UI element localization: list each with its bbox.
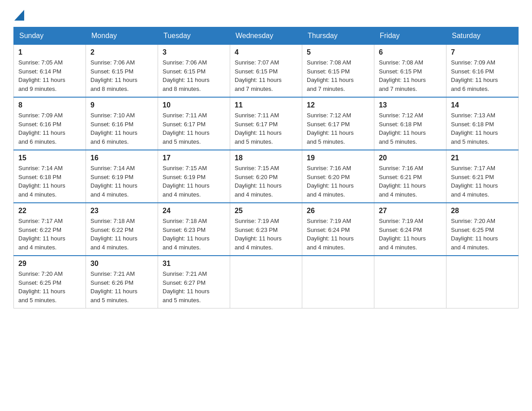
calendar-cell: 14 Sunrise: 7:13 AM Sunset: 6:18 PM Dayl… [446,97,519,150]
day-number: 23 [90,207,153,215]
calendar-cell: 19 Sunrise: 7:16 AM Sunset: 6:20 PM Dayl… [302,150,374,203]
calendar-cell: 24 Sunrise: 7:18 AM Sunset: 6:23 PM Dayl… [158,203,230,256]
calendar-cell: 8 Sunrise: 7:09 AM Sunset: 6:16 PM Dayli… [14,97,86,150]
day-info: Sunrise: 7:14 AM Sunset: 6:19 PM Dayligh… [90,164,153,199]
calendar-cell: 18 Sunrise: 7:15 AM Sunset: 6:20 PM Dayl… [230,150,302,203]
day-info: Sunrise: 7:19 AM Sunset: 6:24 PM Dayligh… [307,217,369,252]
day-number: 14 [451,101,514,109]
day-number: 26 [307,207,369,215]
day-number: 13 [379,101,442,109]
day-info: Sunrise: 7:17 AM Sunset: 6:21 PM Dayligh… [451,164,514,199]
day-number: 9 [90,101,153,109]
logo [13,9,24,18]
calendar-cell: 16 Sunrise: 7:14 AM Sunset: 6:19 PM Dayl… [86,150,158,203]
day-info: Sunrise: 7:12 AM Sunset: 6:17 PM Dayligh… [307,111,369,146]
day-info: Sunrise: 7:13 AM Sunset: 6:18 PM Dayligh… [451,111,514,146]
page-header [13,9,519,18]
calendar-table: SundayMondayTuesdayWednesdayThursdayFrid… [13,27,519,308]
day-info: Sunrise: 7:14 AM Sunset: 6:18 PM Dayligh… [18,164,81,199]
day-number: 5 [307,48,369,56]
day-number: 21 [451,154,514,162]
day-info: Sunrise: 7:16 AM Sunset: 6:21 PM Dayligh… [379,164,442,199]
calendar-cell: 26 Sunrise: 7:19 AM Sunset: 6:24 PM Dayl… [302,203,374,256]
day-info: Sunrise: 7:05 AM Sunset: 6:14 PM Dayligh… [18,58,81,93]
day-number: 31 [163,260,225,268]
calendar-cell: 12 Sunrise: 7:12 AM Sunset: 6:17 PM Dayl… [302,97,374,150]
day-info: Sunrise: 7:15 AM Sunset: 6:20 PM Dayligh… [235,164,297,199]
day-info: Sunrise: 7:17 AM Sunset: 6:22 PM Dayligh… [18,217,81,252]
day-info: Sunrise: 7:19 AM Sunset: 6:23 PM Dayligh… [235,217,297,252]
calendar-cell: 21 Sunrise: 7:17 AM Sunset: 6:21 PM Dayl… [446,150,519,203]
day-info: Sunrise: 7:20 AM Sunset: 6:25 PM Dayligh… [18,270,81,304]
day-number: 28 [451,207,514,215]
day-number: 6 [379,48,442,56]
day-info: Sunrise: 7:15 AM Sunset: 6:19 PM Dayligh… [163,164,225,199]
calendar-cell: 10 Sunrise: 7:11 AM Sunset: 6:17 PM Dayl… [158,97,230,150]
day-number: 24 [163,207,225,215]
calendar-cell: 20 Sunrise: 7:16 AM Sunset: 6:21 PM Dayl… [374,150,446,203]
day-info: Sunrise: 7:21 AM Sunset: 6:26 PM Dayligh… [90,270,153,304]
calendar-cell: 6 Sunrise: 7:08 AM Sunset: 6:15 PM Dayli… [374,45,446,98]
svg-marker-0 [14,10,24,21]
calendar-cell: 29 Sunrise: 7:20 AM Sunset: 6:25 PM Dayl… [14,256,86,308]
header-tuesday: Tuesday [158,27,230,45]
day-info: Sunrise: 7:11 AM Sunset: 6:17 PM Dayligh… [163,111,225,146]
day-info: Sunrise: 7:18 AM Sunset: 6:23 PM Dayligh… [163,217,225,252]
calendar-cell: 3 Sunrise: 7:06 AM Sunset: 6:15 PM Dayli… [158,45,230,98]
week-row-1: 1 Sunrise: 7:05 AM Sunset: 6:14 PM Dayli… [14,45,519,98]
day-info: Sunrise: 7:16 AM Sunset: 6:20 PM Dayligh… [307,164,369,199]
day-info: Sunrise: 7:09 AM Sunset: 6:16 PM Dayligh… [451,58,514,93]
calendar-cell [446,256,519,308]
header-wednesday: Wednesday [230,27,302,45]
header-monday: Monday [86,27,158,45]
calendar-cell: 30 Sunrise: 7:21 AM Sunset: 6:26 PM Dayl… [86,256,158,308]
day-number: 16 [90,154,153,162]
day-info: Sunrise: 7:10 AM Sunset: 6:16 PM Dayligh… [90,111,153,146]
day-info: Sunrise: 7:21 AM Sunset: 6:27 PM Dayligh… [163,270,225,304]
calendar-cell [374,256,446,308]
calendar-cell [302,256,374,308]
week-row-5: 29 Sunrise: 7:20 AM Sunset: 6:25 PM Dayl… [14,256,519,308]
calendar-cell: 25 Sunrise: 7:19 AM Sunset: 6:23 PM Dayl… [230,203,302,256]
day-info: Sunrise: 7:08 AM Sunset: 6:15 PM Dayligh… [307,58,369,93]
header-sunday: Sunday [14,27,86,45]
week-row-3: 15 Sunrise: 7:14 AM Sunset: 6:18 PM Dayl… [14,150,519,203]
calendar-cell: 7 Sunrise: 7:09 AM Sunset: 6:16 PM Dayli… [446,45,519,98]
day-number: 15 [18,154,81,162]
calendar-cell [230,256,302,308]
day-number: 3 [163,48,225,56]
calendar-cell: 9 Sunrise: 7:10 AM Sunset: 6:16 PM Dayli… [86,97,158,150]
day-number: 18 [235,154,297,162]
calendar-cell: 4 Sunrise: 7:07 AM Sunset: 6:15 PM Dayli… [230,45,302,98]
day-number: 10 [163,101,225,109]
calendar-cell: 5 Sunrise: 7:08 AM Sunset: 6:15 PM Dayli… [302,45,374,98]
day-info: Sunrise: 7:06 AM Sunset: 6:15 PM Dayligh… [163,58,225,93]
day-info: Sunrise: 7:08 AM Sunset: 6:15 PM Dayligh… [379,58,442,93]
calendar-cell: 27 Sunrise: 7:19 AM Sunset: 6:24 PM Dayl… [374,203,446,256]
day-number: 30 [90,260,153,268]
day-number: 8 [18,101,81,109]
calendar-cell: 17 Sunrise: 7:15 AM Sunset: 6:19 PM Dayl… [158,150,230,203]
day-number: 25 [235,207,297,215]
day-info: Sunrise: 7:18 AM Sunset: 6:22 PM Dayligh… [90,217,153,252]
day-number: 27 [379,207,442,215]
logo-arrow-icon [14,8,24,21]
calendar-cell: 31 Sunrise: 7:21 AM Sunset: 6:27 PM Dayl… [158,256,230,308]
calendar-cell: 2 Sunrise: 7:06 AM Sunset: 6:15 PM Dayli… [86,45,158,98]
header-saturday: Saturday [446,27,519,45]
day-number: 19 [307,154,369,162]
day-number: 17 [163,154,225,162]
day-info: Sunrise: 7:06 AM Sunset: 6:15 PM Dayligh… [90,58,153,93]
calendar-cell: 22 Sunrise: 7:17 AM Sunset: 6:22 PM Dayl… [14,203,86,256]
calendar-cell: 23 Sunrise: 7:18 AM Sunset: 6:22 PM Dayl… [86,203,158,256]
calendar-cell: 15 Sunrise: 7:14 AM Sunset: 6:18 PM Dayl… [14,150,86,203]
day-number: 11 [235,101,297,109]
header-friday: Friday [374,27,446,45]
day-info: Sunrise: 7:12 AM Sunset: 6:18 PM Dayligh… [379,111,442,146]
day-number: 4 [235,48,297,56]
day-info: Sunrise: 7:19 AM Sunset: 6:24 PM Dayligh… [379,217,442,252]
day-info: Sunrise: 7:07 AM Sunset: 6:15 PM Dayligh… [235,58,297,93]
day-info: Sunrise: 7:20 AM Sunset: 6:25 PM Dayligh… [451,217,514,252]
calendar-cell: 13 Sunrise: 7:12 AM Sunset: 6:18 PM Dayl… [374,97,446,150]
day-number: 1 [18,48,81,56]
